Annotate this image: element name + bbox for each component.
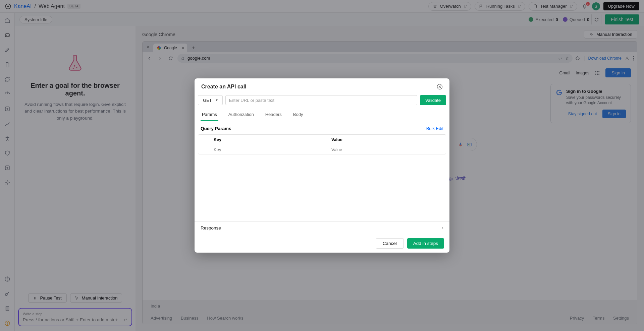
response-section-toggle[interactable]: Response ›: [195, 221, 449, 234]
tab-authorization[interactable]: Authorization: [227, 109, 255, 121]
tab-body[interactable]: Body: [292, 109, 305, 121]
row-checkbox[interactable]: [198, 145, 210, 154]
query-params-table: Key Value: [198, 134, 446, 154]
chevron-down-icon: ▼: [215, 98, 218, 102]
bulk-edit-link[interactable]: Bulk Edit: [426, 126, 443, 131]
modal-title: Create an API call: [201, 84, 247, 90]
api-url-input[interactable]: [225, 95, 417, 105]
cancel-button[interactable]: Cancel: [376, 238, 404, 249]
checkbox-header: [198, 135, 210, 145]
value-input[interactable]: [331, 147, 442, 152]
key-input[interactable]: [214, 147, 324, 152]
key-column-header: Key: [210, 135, 328, 145]
validate-button[interactable]: Validate: [420, 95, 446, 105]
tab-params[interactable]: Params: [201, 109, 218, 121]
table-row: [198, 145, 446, 154]
modal-tabs: Params Authorization Headers Body: [195, 109, 449, 121]
api-call-modal: Create an API call GET ▼ Validate Params…: [195, 78, 449, 253]
add-in-steps-button[interactable]: Add in steps: [407, 238, 444, 249]
chevron-right-icon: ›: [442, 225, 443, 230]
query-params-heading: Query Params: [201, 126, 231, 131]
close-icon: [437, 84, 443, 90]
value-column-header: Value: [328, 135, 446, 145]
modal-close-button[interactable]: [437, 84, 443, 90]
modal-backdrop[interactable]: Create an API call GET ▼ Validate Params…: [0, 0, 644, 331]
tab-headers[interactable]: Headers: [264, 109, 283, 121]
http-method-select[interactable]: GET ▼: [198, 95, 223, 105]
